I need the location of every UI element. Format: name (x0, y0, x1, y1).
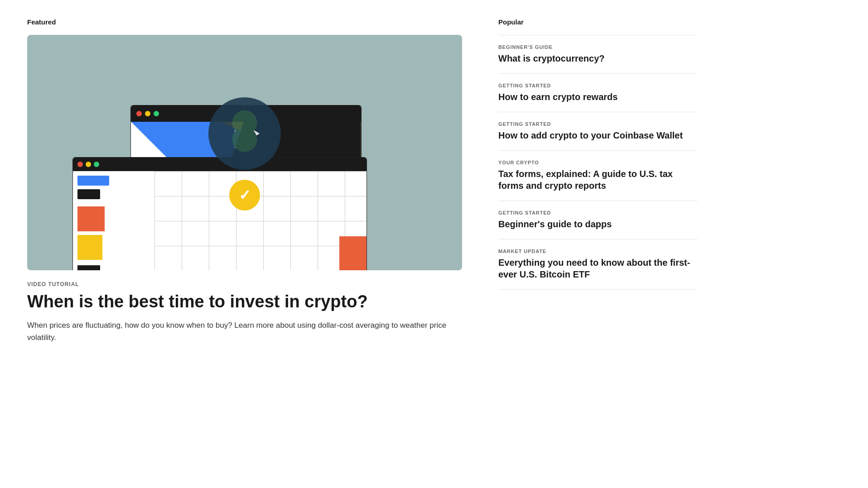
item-category: GETTING STARTED (498, 83, 698, 88)
sidebar-black-rect (77, 265, 100, 270)
popular-item[interactable]: MARKET UPDATEEverything you need to know… (498, 239, 698, 290)
dot-green-front (94, 162, 99, 167)
sidebar-block-black (77, 189, 100, 199)
browser-window-front (72, 157, 367, 270)
popular-item[interactable]: GETTING STARTEDHow to earn crypto reward… (498, 74, 698, 112)
item-title: Beginner's guide to dapps (498, 218, 698, 230)
article-type: VIDEO TUTORIAL (27, 281, 462, 287)
front-main (154, 171, 366, 270)
item-category: YOUR CRYPTO (498, 160, 698, 165)
item-category: BEGINNER'S GUIDE (498, 44, 698, 50)
item-title: What is cryptocurrency? (498, 53, 698, 64)
orange-corner-rect (339, 236, 366, 270)
sidebar-block-blue (77, 176, 109, 186)
dot-red-front (77, 162, 83, 167)
popular-item[interactable]: GETTING STARTEDHow to add crypto to your… (498, 112, 698, 151)
sidebar-yellow-rect (77, 235, 102, 260)
popular-item[interactable]: BEGINNER'S GUIDEWhat is cryptocurrency? (498, 35, 698, 74)
item-title: Everything you need to know about the fi… (498, 257, 698, 280)
dot-yellow (145, 111, 150, 116)
dot-yellow-front (86, 162, 91, 167)
sidebar-orange-rect (77, 206, 105, 231)
popular-label: Popular (498, 18, 698, 26)
item-category: MARKET UPDATE (498, 249, 698, 254)
popular-item[interactable]: GETTING STARTEDBeginner's guide to dapps (498, 201, 698, 239)
dot-green (154, 111, 159, 116)
featured-label: Featured (27, 18, 462, 26)
dot-red (136, 111, 142, 116)
popular-items-list: BEGINNER'S GUIDEWhat is cryptocurrency?G… (498, 35, 698, 290)
item-title: How to add crypto to your Coinbase Walle… (498, 129, 698, 141)
item-category: GETTING STARTED (498, 121, 698, 127)
popular-section: Popular BEGINNER'S GUIDEWhat is cryptocu… (498, 18, 698, 470)
popular-item[interactable]: YOUR CRYPTOTax forms, explained: A guide… (498, 151, 698, 201)
grid-overlay (154, 171, 366, 270)
check-icon: ✓ (239, 187, 251, 204)
item-category: GETTING STARTED (498, 210, 698, 215)
item-title: Tax forms, explained: A guide to U.S. ta… (498, 168, 698, 191)
featured-image[interactable]: ✓ (27, 35, 462, 270)
illustration: ✓ (27, 35, 462, 270)
dark-circle-bottom (232, 127, 257, 152)
play-button[interactable] (208, 97, 281, 170)
check-button[interactable]: ✓ (229, 180, 260, 211)
item-title: How to earn crypto rewards (498, 91, 698, 103)
article-title: When is the best time to invest in crypt… (27, 292, 462, 312)
front-sidebar (73, 171, 154, 270)
featured-section: Featured (27, 18, 462, 470)
article-description: When prices are fluctuating, how do you … (27, 319, 462, 344)
